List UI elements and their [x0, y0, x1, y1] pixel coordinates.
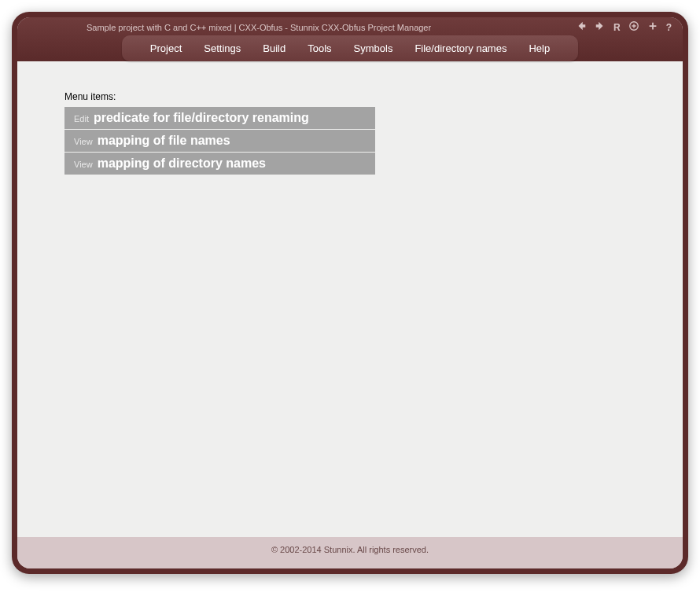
- menubar: Project Settings Build Tools Symbols Fil…: [122, 35, 578, 61]
- list-item-prefix: View: [74, 160, 93, 169]
- menu-settings[interactable]: Settings: [193, 39, 252, 57]
- title-icon-group: R ?: [576, 20, 676, 34]
- menu-symbols[interactable]: Symbols: [343, 39, 404, 57]
- section-label: Menu items:: [64, 91, 683, 102]
- zoom-in-icon[interactable]: [628, 20, 639, 34]
- menu-help[interactable]: Help: [518, 39, 561, 57]
- back-icon[interactable]: [576, 20, 587, 34]
- window-frame-outer: Sample project with C and C++ mixed | CX…: [12, 12, 688, 574]
- list-item-view-directory-mapping[interactable]: View mapping of directory names: [64, 153, 375, 175]
- add-icon[interactable]: [647, 20, 658, 34]
- list-item-label: mapping of directory names: [98, 156, 266, 171]
- menu-tools[interactable]: Tools: [297, 39, 342, 57]
- menubar-wrap: Project Settings Build Tools Symbols Fil…: [17, 35, 683, 61]
- list-item-prefix: View: [74, 137, 93, 146]
- list-item-prefix: Edit: [74, 114, 89, 123]
- menu-project[interactable]: Project: [139, 39, 193, 57]
- footer: © 2002-2014 Stunnix. All rights reserved…: [17, 537, 683, 568]
- forward-icon[interactable]: [595, 20, 606, 34]
- menu-file-directory-names[interactable]: File/directory names: [403, 39, 518, 57]
- header-bar: Sample project with C and C++ mixed | CX…: [17, 17, 683, 61]
- window-title: Sample project with C and C++ mixed | CX…: [24, 23, 576, 32]
- title-row: Sample project with C and C++ mixed | CX…: [17, 17, 683, 35]
- help-icon[interactable]: ?: [666, 22, 672, 33]
- footer-copyright: © 2002-2014 Stunnix. All rights reserved…: [271, 545, 429, 554]
- list-item-view-file-mapping[interactable]: View mapping of file names: [64, 130, 375, 152]
- content-area: Menu items: Edit predicate for file/dire…: [17, 61, 683, 537]
- refresh-button[interactable]: R: [613, 22, 621, 33]
- list-item-label: mapping of file names: [98, 134, 230, 148]
- menu-build[interactable]: Build: [252, 39, 297, 57]
- list-item-edit-predicate[interactable]: Edit predicate for file/directory renami…: [64, 107, 375, 129]
- window-frame-inner: Sample project with C and C++ mixed | CX…: [17, 17, 683, 568]
- list-item-label: predicate for file/directory renaming: [94, 111, 309, 125]
